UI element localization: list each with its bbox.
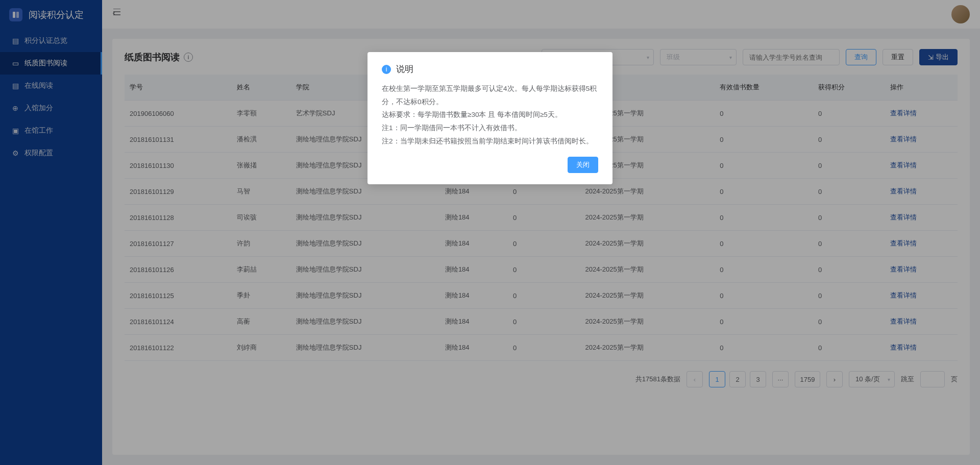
modal-info-icon: i bbox=[382, 65, 391, 74]
modal-footer: 关闭 bbox=[382, 157, 598, 173]
modal-title: i 说明 bbox=[382, 63, 598, 75]
modal-title-text: 说明 bbox=[396, 63, 413, 75]
modal-text-line: 注2：当学期未归还书籍按照当前学期结束时间计算该书借阅时长。 bbox=[382, 135, 598, 148]
info-modal: i 说明 在校生第一学期至第五学期最多可认定4次。每人每学期达标获得5积分，不达… bbox=[368, 52, 612, 184]
close-button[interactable]: 关闭 bbox=[568, 157, 598, 173]
modal-text-line: 注1：同一学期借同一本书不计入有效借书。 bbox=[382, 121, 598, 135]
modal-text-line: 在校生第一学期至第五学期最多可认定4次。每人每学期达标获得5积分，不达标0积分。 bbox=[382, 82, 598, 108]
modal-overlay[interactable]: i 说明 在校生第一学期至第五学期最多可认定4次。每人每学期达标获得5积分，不达… bbox=[0, 0, 980, 465]
modal-text-line: 达标要求：每学期借书数量≥30本 且 每本借阅时间≥5天。 bbox=[382, 108, 598, 121]
modal-body: 在校生第一学期至第五学期最多可认定4次。每人每学期达标获得5积分，不达标0积分。… bbox=[382, 82, 598, 148]
